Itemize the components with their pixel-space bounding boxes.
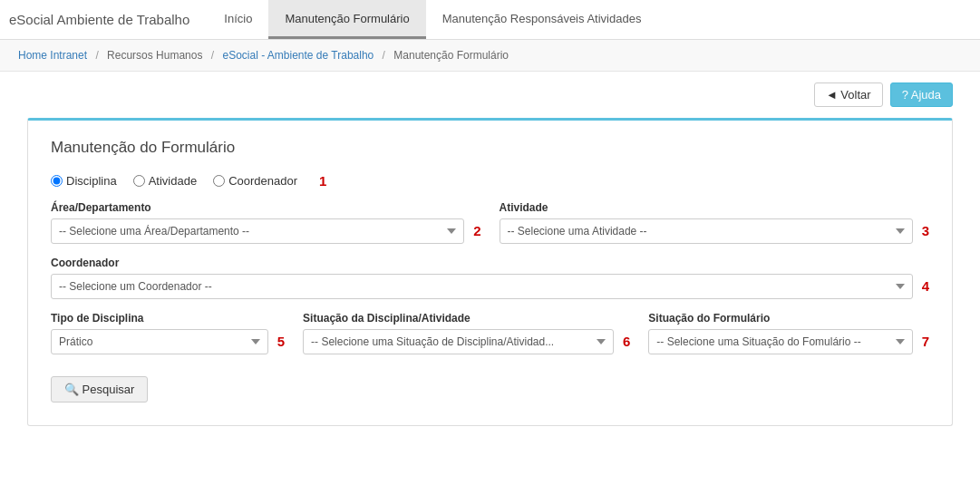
badge-formulario-7: 7 — [922, 334, 929, 351]
form-title: Manutenção do Formulário — [51, 139, 929, 157]
nav-item-manutencao-responsaveis[interactable]: Manutenção Responsáveis Atividades — [426, 0, 658, 39]
radio-atividade-input[interactable] — [133, 175, 145, 187]
select-area-departamento[interactable]: -- Selecione uma Área/Departamento -- — [51, 218, 464, 244]
breadcrumb-manutencao: Manutenção Formulário — [393, 49, 509, 62]
select-coordenador[interactable]: -- Selecione um Coordenador -- — [51, 274, 913, 299]
radio-atividade-label: Atividade — [149, 174, 197, 188]
select-tipo-disciplina[interactable]: Prático — [51, 329, 268, 354]
badge-atividade-3: 3 — [922, 223, 929, 240]
form-card: Manutenção do Formulário Disciplina Ativ… — [27, 118, 953, 426]
group-tipo-disciplina: Tipo de Disciplina Prático 5 — [51, 312, 285, 354]
radio-disciplina[interactable]: Disciplina — [51, 174, 117, 188]
back-button[interactable]: ◄ Voltar — [814, 82, 883, 107]
radio-coordenador-input[interactable] — [213, 175, 225, 187]
label-tipo-disciplina: Tipo de Disciplina — [51, 312, 285, 325]
brand-title: eSocial Ambiente de Trabalho — [9, 0, 208, 39]
label-area-departamento: Área/Departamento — [51, 201, 481, 214]
badge-coordenador-4: 4 — [922, 278, 929, 296]
breadcrumb-sep-3: / — [383, 49, 385, 62]
radio-coordenador-label: Coordenador — [228, 174, 297, 188]
select-situacao-disciplina[interactable]: -- Selecione uma Situação de Disciplina/… — [303, 329, 614, 354]
select-situacao-formulario[interactable]: -- Selecione uma Situação do Fomulário -… — [648, 329, 912, 354]
group-situacao-formulario: Situação do Formulário -- Selecione uma … — [648, 312, 929, 354]
label-situacao-disciplina: Situação da Disciplina/Atividade — [303, 312, 630, 325]
help-button[interactable]: ? Ajuda — [890, 82, 953, 107]
radio-disciplina-input[interactable] — [51, 175, 63, 187]
search-button[interactable]: 🔍 Pesquisar — [51, 376, 148, 403]
breadcrumb-sep-1: / — [95, 49, 98, 62]
badge-situacao-6: 6 — [623, 334, 630, 351]
select-atividade[interactable]: -- Selecione uma Atividade -- — [500, 218, 913, 244]
group-area-departamento: Área/Departamento -- Selecione uma Área/… — [51, 201, 481, 244]
radio-atividade[interactable]: Atividade — [133, 174, 197, 188]
group-coordenador: Coordenador -- Selecione um Coordenador … — [51, 257, 929, 299]
label-coordenador: Coordenador — [51, 257, 929, 269]
radio-group: Disciplina Atividade Coordenador 1 — [51, 173, 929, 189]
nav-item-inicio[interactable]: Início — [208, 0, 268, 39]
row-coordenador: Coordenador -- Selecione um Coordenador … — [51, 257, 929, 299]
label-situacao-formulario: Situação do Formulário — [648, 312, 929, 325]
nav-item-manutencao-formulario[interactable]: Manutenção Formulário — [268, 0, 425, 39]
row-tipo-situacao: Tipo de Disciplina Prático 5 Situação da… — [51, 312, 929, 354]
breadcrumb-esocial[interactable]: eSocial - Ambiente de Trabalho — [222, 49, 374, 62]
badge-area-2: 2 — [473, 223, 480, 240]
label-atividade: Atividade — [500, 201, 930, 214]
radio-disciplina-label: Disciplina — [66, 174, 117, 188]
main-content: Manutenção do Formulário Disciplina Ativ… — [0, 118, 980, 453]
group-atividade: Atividade -- Selecione uma Atividade -- … — [500, 201, 930, 244]
radio-coordenador[interactable]: Coordenador — [213, 174, 297, 188]
breadcrumb-home[interactable]: Home Intranet — [18, 49, 87, 62]
action-bar: ◄ Voltar ? Ajuda — [0, 72, 980, 118]
group-situacao-disciplina: Situação da Disciplina/Atividade -- Sele… — [303, 312, 630, 354]
breadcrumb-sep-2: / — [211, 49, 214, 62]
breadcrumb-recursos-humanos: Recursos Humanos — [107, 49, 202, 62]
top-navigation: eSocial Ambiente de Trabalho Início Manu… — [0, 0, 980, 40]
breadcrumb: Home Intranet / Recursos Humanos / eSoci… — [0, 40, 980, 72]
badge-tipo-5: 5 — [277, 334, 285, 351]
radio-number-badge: 1 — [319, 173, 326, 189]
row-area-atividade: Área/Departamento -- Selecione uma Área/… — [51, 201, 929, 244]
